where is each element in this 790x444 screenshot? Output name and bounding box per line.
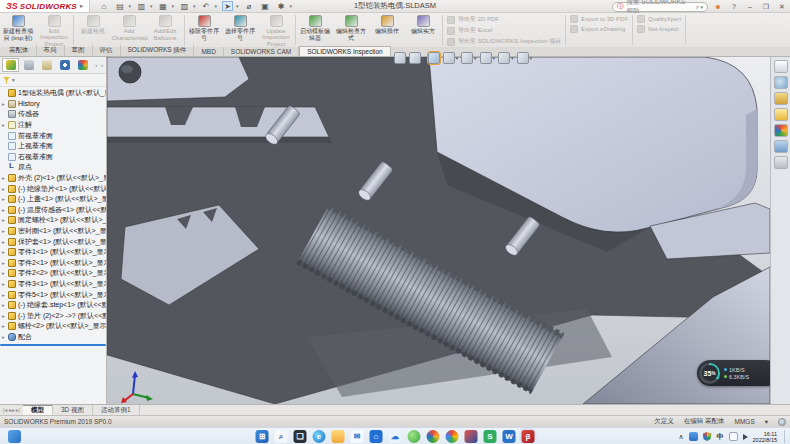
- chrome-icon[interactable]: [446, 430, 459, 443]
- tab-布局[interactable]: 布局: [37, 45, 65, 56]
- tree-item[interactable]: 传感器: [0, 109, 106, 120]
- view-settings-button[interactable]: ▾: [517, 52, 533, 64]
- tree-item[interactable]: ▸注解: [0, 120, 106, 131]
- section-view-button[interactable]: [428, 52, 440, 64]
- view-palette-icon[interactable]: [774, 124, 788, 137]
- restore-button[interactable]: ❐: [760, 1, 772, 12]
- open-icon[interactable]: ▥: [136, 1, 147, 11]
- home-icon[interactable]: [774, 60, 788, 73]
- widgets-icon[interactable]: [8, 430, 21, 443]
- file-properties-icon[interactable]: ▣: [260, 1, 271, 11]
- mail-icon[interactable]: ✉: [351, 430, 364, 443]
- tab-评估[interactable]: 评估: [93, 45, 121, 56]
- panel-tab-scroll-arrows[interactable]: ‹ ›: [95, 62, 104, 68]
- new-document-icon-caret[interactable]: ▾: [128, 3, 131, 9]
- tree-item[interactable]: ▸(-) 绝缘垫片<1> (默认<<默认>_显示: [0, 183, 106, 194]
- export-button[interactable]: 导出至 SOLIDWORKS Inspection 项目: [447, 37, 561, 46]
- tree-item[interactable]: ▸零件3<1> (默认<<默认>_显示状态: [0, 279, 106, 290]
- ribbon-button-edit-measurement[interactable]: 编辑实方: [405, 13, 441, 47]
- export-button[interactable]: 导出至 2D PDF: [447, 15, 561, 24]
- tree-item[interactable]: ▸History: [0, 99, 106, 110]
- minimize-button[interactable]: –: [744, 1, 756, 12]
- microsoft-store-icon[interactable]: ⌂: [370, 430, 383, 443]
- ribbon-button-remove-balloons[interactable]: 移除零件序号: [186, 13, 222, 47]
- tree-item[interactable]: ▸密封圈<1> (默认<<默认>_显示状态: [0, 226, 106, 237]
- defender-shield-icon[interactable]: [703, 432, 712, 441]
- new-document-icon[interactable]: ▤: [114, 1, 125, 11]
- tree-item[interactable]: ▸(-) 垫片 (2)<2> ->? (默认<<默认>: [0, 310, 106, 321]
- ribbon-button-new-inspection-report[interactable]: 新建检视: [75, 13, 111, 47]
- rebuild-traffic-light-icon[interactable]: ø: [244, 1, 255, 11]
- view-orientation-caret[interactable]: ▾: [456, 55, 459, 61]
- undo-icon-caret[interactable]: ▾: [214, 3, 217, 9]
- browser-colorful-icon[interactable]: [427, 430, 440, 443]
- export-button[interactable]: QualityXpert: [637, 15, 681, 23]
- tree-item[interactable]: ▸外壳 (2)<1> (默认<<默认>_显示状态: [0, 173, 106, 184]
- ribbon-button-update-inspection-project[interactable]: Update Inspection Project: [258, 13, 294, 47]
- open-icon-caret[interactable]: ▾: [150, 3, 153, 9]
- tab-solidworks-插件[interactable]: SOLIDWORKS 插件: [121, 45, 195, 56]
- brand-flyout-arrow[interactable]: ▸: [80, 2, 84, 10]
- display-style-caret[interactable]: ▾: [474, 55, 477, 61]
- tree-item[interactable]: ▸(-) 绝缘套.step<1> (默认<<默认>: [0, 300, 106, 311]
- dimxpert-manager-tab[interactable]: [56, 58, 73, 72]
- tree-item[interactable]: ▸固定螺栓<1> (默认<<默认>_显示状: [0, 215, 106, 226]
- tree-item[interactable]: ▸零件2<2> (默认<<默认>_显示状态: [0, 268, 106, 279]
- doc-tab-模型[interactable]: 模型: [23, 405, 53, 415]
- tree-item[interactable]: ▸零件2<1> (默认<<默认>_显示状态: [0, 258, 106, 269]
- tree-item[interactable]: ▸零件5<1> (默认<<默认>_显示状态: [0, 289, 106, 300]
- zoom-fit-button[interactable]: [394, 52, 406, 64]
- export-button[interactable]: 导出至 Excel: [447, 26, 561, 35]
- save-icon-caret[interactable]: ▾: [171, 3, 174, 9]
- save-icon[interactable]: ▦: [157, 1, 168, 11]
- filter-caret-icon[interactable]: ▾: [12, 77, 15, 83]
- ribbon-button-edit-operation[interactable]: 编辑操作: [369, 13, 405, 47]
- hide-show-items-button[interactable]: ▾: [480, 52, 496, 64]
- options-gear-icon[interactable]: ✱: [276, 1, 287, 11]
- options-gear-icon-caret[interactable]: ▾: [290, 3, 293, 9]
- zoom-area-caret[interactable]: ▾: [422, 55, 425, 61]
- tree-rollback-bar[interactable]: [0, 344, 106, 346]
- display-manager-tab[interactable]: [74, 58, 91, 72]
- tree-item[interactable]: 前视基准面: [0, 130, 106, 141]
- tree-item[interactable]: ▸保护套<1> (默认<<默认>_显示状态: [0, 236, 106, 247]
- tab-装配体[interactable]: 装配体: [2, 45, 37, 56]
- solidworks-taskbar-icon[interactable]: β: [522, 430, 535, 443]
- undo-icon[interactable]: ↶: [200, 1, 211, 11]
- system-monitor-overlay[interactable]: 35% 1KB/S 6.3KB/S: [697, 360, 770, 386]
- show-desktop-edge[interactable]: [784, 430, 786, 443]
- tree-item[interactable]: 原点: [0, 162, 106, 173]
- tab-草图[interactable]: 草图: [65, 45, 93, 56]
- ribbon-button-edit-inspection-project[interactable]: Edit Inspection Project: [36, 13, 72, 47]
- export-button[interactable]: Export to 3D PDF: [570, 15, 628, 23]
- app-red-blue-icon[interactable]: [465, 430, 478, 443]
- export-button[interactable]: Export eDrawing: [570, 25, 628, 33]
- tree-item[interactable]: ▸配合: [0, 332, 106, 343]
- ribbon-button-template-editor[interactable]: 启动模板编辑器: [297, 13, 333, 47]
- graphics-viewport[interactable]: 35% 1KB/S 6.3KB/S: [107, 57, 770, 404]
- appearances-scenes-icon[interactable]: [774, 140, 788, 153]
- taskbar-clock[interactable]: 16:11 2022/8/15: [753, 431, 777, 443]
- filter-funnel-icon[interactable]: [3, 77, 10, 84]
- select-arrow-icon[interactable]: ➤: [222, 1, 233, 11]
- tab-solidworks-inspection[interactable]: SOLIDWORKS Inspection: [299, 46, 391, 56]
- view-orientation-button[interactable]: ▾: [443, 52, 459, 64]
- hide-show-items-caret[interactable]: ▾: [493, 55, 496, 61]
- search-box[interactable]: ⓘ 搜索 SOLIDWORKS 帮助 ⌕ ▾: [612, 2, 708, 12]
- design-library-icon[interactable]: [774, 92, 788, 105]
- home-icon[interactable]: ⌂: [98, 1, 109, 11]
- zoom-area-button[interactable]: ▾: [409, 52, 425, 64]
- tab-mbd[interactable]: MBD: [194, 47, 223, 56]
- start-button[interactable]: ⊞: [256, 430, 269, 443]
- search-icon[interactable]: ⌕: [275, 430, 288, 443]
- ime-indicator[interactable]: 中: [717, 432, 724, 442]
- help-button[interactable]: ?: [728, 1, 740, 12]
- onedrive-icon[interactable]: ☁: [389, 430, 402, 443]
- bluetooth-icon[interactable]: [689, 432, 698, 441]
- tree-item[interactable]: ▸零件1<1> (默认<<默认>_显示状态: [0, 247, 106, 258]
- doc-tab-运动算例1[interactable]: 运动算例1: [93, 405, 140, 415]
- print-icon[interactable]: ▨: [179, 1, 190, 11]
- tree-item[interactable]: 1型铠装热电偶 (默认<默认_显示状态-1: [0, 88, 106, 99]
- browser-360-icon[interactable]: [408, 430, 421, 443]
- status-globe-icon[interactable]: [778, 418, 786, 426]
